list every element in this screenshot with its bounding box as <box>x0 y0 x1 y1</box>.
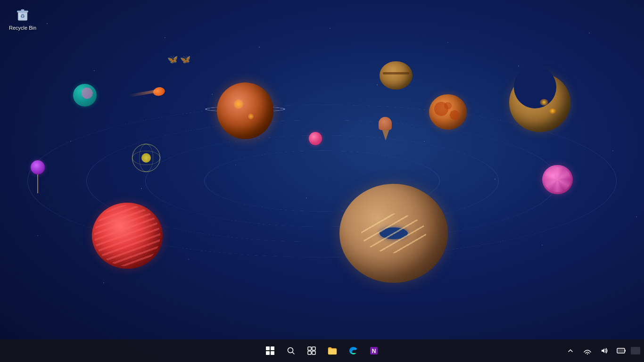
onenote-icon: N <box>369 346 379 355</box>
svg-point-13 <box>587 354 588 354</box>
recycle-bin-label: Recycle Bin <box>9 25 36 31</box>
taskbar-right <box>563 343 640 358</box>
recycle-bin-image: ♻ <box>13 4 32 23</box>
svg-rect-2 <box>21 9 24 11</box>
chevron-up-icon <box>568 348 573 354</box>
planet-cookie <box>380 61 413 90</box>
search-button[interactable] <box>281 341 300 360</box>
planet-donut <box>339 184 448 283</box>
desktop: ♻ Recycle Bin 🦋 🦋 <box>0 0 644 362</box>
battery-icon <box>617 347 626 354</box>
volume-button[interactable] <box>597 343 612 358</box>
show-hidden-icons-button[interactable] <box>563 343 578 358</box>
network-icon <box>584 347 591 354</box>
taskbar-center: N <box>261 341 383 360</box>
birds-decoration: 🦋 🦋 <box>167 54 190 65</box>
svg-rect-10 <box>312 351 315 354</box>
onenote-button[interactable]: N <box>364 341 383 360</box>
start-button[interactable] <box>261 341 280 360</box>
taskbar: N <box>0 339 644 362</box>
planet-red <box>92 203 163 269</box>
battery-button[interactable] <box>614 343 629 358</box>
svg-point-5 <box>288 348 293 353</box>
planet-teal <box>73 84 97 107</box>
gyroscope-core <box>141 153 151 163</box>
planet-saturn <box>217 82 273 139</box>
network-button[interactable] <box>580 343 595 358</box>
folder-icon <box>328 346 337 355</box>
task-view-button[interactable] <box>302 341 321 360</box>
moon-eye-2 <box>549 108 556 114</box>
svg-text:N: N <box>372 348 376 354</box>
svg-rect-16 <box>625 350 626 352</box>
lollipop-head <box>31 160 45 174</box>
svg-text:♻: ♻ <box>20 13 25 19</box>
svg-rect-9 <box>308 351 311 354</box>
recycle-bin-icon[interactable]: ♻ Recycle Bin <box>4 2 41 33</box>
file-explorer-button[interactable] <box>323 341 342 360</box>
edge-button[interactable] <box>344 341 363 360</box>
gyroscope-planet <box>130 141 163 174</box>
svg-rect-8 <box>312 347 315 350</box>
edge-icon <box>348 346 358 355</box>
planet-orange <box>429 94 467 130</box>
planet-pink-small <box>309 132 322 145</box>
windows-logo-icon <box>266 346 274 355</box>
planet-purple <box>542 165 573 194</box>
moon-eye-1 <box>540 99 548 106</box>
search-icon <box>287 346 295 355</box>
svg-rect-7 <box>308 347 311 350</box>
lollipop-decoration <box>31 160 45 193</box>
svg-rect-15 <box>618 349 624 353</box>
lollipop-stick <box>37 174 38 193</box>
svg-line-6 <box>293 353 295 354</box>
task-view-icon <box>307 346 316 355</box>
icecream-decoration <box>377 117 394 145</box>
notification-tray[interactable] <box>631 347 640 354</box>
volume-icon <box>601 347 608 354</box>
svg-rect-4 <box>19 13 21 19</box>
